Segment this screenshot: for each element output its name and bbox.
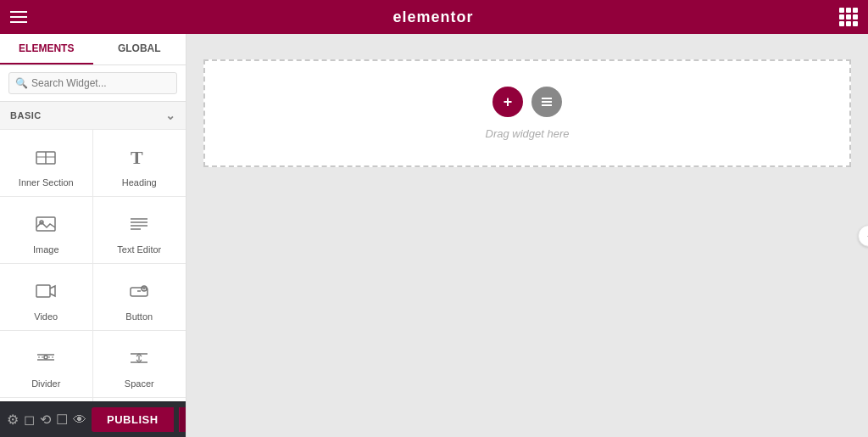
responsive-icon[interactable]: ☐ (56, 407, 68, 433)
search-input[interactable] (8, 72, 177, 94)
widget-image[interactable]: Image (0, 197, 93, 264)
sidebar-collapse-toggle[interactable]: ‹ (858, 225, 868, 247)
widget-label-divider: Divider (31, 378, 60, 389)
canvas-section: + Drag widget here (203, 59, 851, 167)
canvas-controls: + (492, 87, 562, 117)
hamburger-menu[interactable] (10, 11, 27, 23)
button-icon (124, 276, 154, 306)
widget-label-image: Image (33, 244, 59, 255)
history-icon[interactable]: ⟲ (40, 407, 51, 433)
inner-section-icon (31, 142, 61, 172)
svg-rect-30 (542, 101, 552, 103)
widget-text-editor[interactable]: Text Editor (93, 197, 186, 264)
publish-dropdown-button[interactable]: ▼ (179, 407, 186, 432)
widget-heading[interactable]: T Heading (93, 130, 186, 197)
sidebar: ELEMENTS GLOBAL 🔍 BASIC ⌄ Inner Section (0, 34, 186, 437)
widget-label-text-editor: Text Editor (117, 244, 161, 255)
elementor-logo: elementor (392, 8, 473, 26)
add-section-button[interactable]: + (492, 87, 523, 117)
section-label: BASIC (10, 110, 42, 120)
search-bar: 🔍 (0, 65, 186, 102)
svg-point-18 (44, 356, 47, 359)
layers-icon[interactable]: ◻ (24, 407, 35, 433)
tab-elements[interactable]: ELEMENTS (0, 34, 93, 64)
widget-label-button: Button (125, 311, 153, 322)
video-icon (31, 276, 61, 306)
widget-button[interactable]: Button (93, 264, 186, 331)
section-header-basic: BASIC ⌄ (0, 102, 186, 130)
top-bar: elementor (0, 0, 868, 34)
search-icon: 🔍 (15, 77, 28, 89)
canvas-area: + Drag widget here ‹ (186, 34, 868, 437)
image-icon (31, 209, 61, 239)
svg-rect-29 (542, 98, 552, 99)
preview-icon[interactable]: 👁 (73, 407, 86, 433)
tab-global[interactable]: GLOBAL (93, 34, 186, 64)
widget-inner-section[interactable]: Inner Section (0, 130, 93, 197)
widget-label-heading: Heading (122, 177, 157, 188)
widget-video[interactable]: Video (0, 264, 93, 331)
heading-icon: T (124, 142, 154, 172)
bottom-bar: ⚙ ◻ ⟲ ☐ 👁 PUBLISH ▼ (0, 401, 186, 437)
widget-divider[interactable]: Divider (0, 331, 93, 398)
settings-icon[interactable]: ⚙ (7, 407, 19, 433)
svg-text:T: T (131, 147, 143, 168)
svg-rect-31 (542, 104, 552, 106)
widget-label-spacer: Spacer (125, 378, 154, 389)
svg-rect-10 (36, 285, 50, 297)
chevron-down-icon[interactable]: ⌄ (165, 109, 176, 122)
main-layout: ELEMENTS GLOBAL 🔍 BASIC ⌄ Inner Section (0, 34, 868, 437)
section-handle-button[interactable] (531, 87, 562, 117)
publish-button[interactable]: PUBLISH (92, 407, 174, 432)
spacer-icon (124, 343, 154, 373)
text-editor-icon (124, 209, 154, 239)
drag-hint: Drag widget here (486, 127, 570, 140)
widget-spacer[interactable]: Spacer (93, 331, 186, 398)
widget-label-inner-section: Inner Section (19, 177, 74, 188)
sidebar-tabs: ELEMENTS GLOBAL (0, 34, 186, 65)
divider-icon (31, 343, 61, 373)
apps-grid-icon[interactable] (839, 8, 858, 26)
widget-label-video: Video (34, 311, 58, 322)
widgets-grid: Inner Section T Heading Image (0, 130, 186, 401)
